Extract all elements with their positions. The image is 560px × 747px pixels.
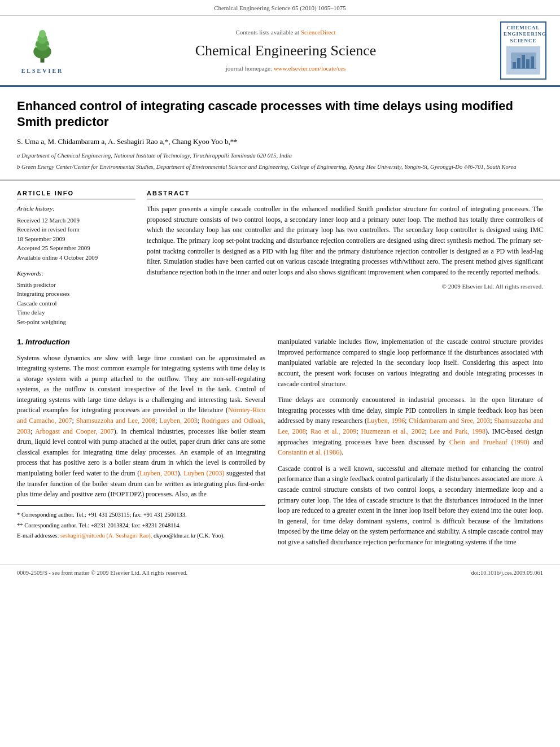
page-wrapper: Chemical Engineering Science 65 (2010) 1… [0, 0, 560, 580]
ref-luyben2003[interactable]: Luyben, 2003 [159, 417, 198, 425]
accepted-date: Accepted 25 September 2009 [17, 243, 135, 253]
intro-para-1: Systems whose dynamics are slow with lar… [17, 353, 265, 500]
keywords-title: Keywords: [17, 269, 135, 278]
ref-arbogast[interactable]: Arbogast and Cooper, 2007 [35, 427, 114, 435]
elsevier-text: ELSEVIER [21, 67, 64, 75]
journal-header: ELSEVIER Contents lists available at Sci… [0, 16, 560, 87]
elsevier-tree-icon [23, 26, 62, 65]
right-para-1: manipulated variable includes flow, impl… [278, 337, 543, 389]
ref-huzmezan[interactable]: Huzmezan et al., 2002 [361, 427, 425, 435]
article-info-column: ARTICLE INFO Article history: Received 1… [17, 189, 135, 327]
available-date: Available online 4 October 2009 [17, 253, 135, 263]
svg-point-4 [39, 30, 46, 38]
body-two-col: 1. Introduction Systems whose dynamics a… [17, 337, 543, 553]
doi-line: doi:10.1016/j.ces.2009.09.061 [471, 569, 543, 578]
svg-rect-12 [513, 62, 516, 68]
intro-number: 1. [17, 338, 23, 346]
sciencedirect-line: Contents lists available at ScienceDirec… [79, 28, 492, 37]
ref-lee1998[interactable]: Lee and Park, 1998 [430, 427, 485, 435]
abstract-label: ABSTRACT [147, 189, 543, 200]
issn-line: 0009-2509/$ - see front matter © 2009 El… [17, 569, 187, 578]
svg-point-7 [37, 40, 38, 41]
intro-heading: 1. Introduction [17, 337, 265, 348]
svg-rect-15 [526, 59, 530, 68]
footnote-1: * Corresponding author. Tel.: +91 431 25… [17, 510, 265, 519]
abstract-column: ABSTRACT This paper presents a simple ca… [147, 189, 543, 327]
email-label: E-mail addresses: [17, 532, 59, 539]
right-para-2: Time delays are commonly encountered in … [278, 395, 543, 458]
ces-logo-area: CHEMICALENGINEERINGSCIENCE [498, 21, 549, 80]
article-history-title: Article history: [17, 204, 135, 213]
journal-citation: Chemical Engineering Science 65 (2010) 1… [214, 5, 346, 11]
footnote-2: ** Corresponding author. Tel.: +8231 201… [17, 521, 265, 530]
revised-date: 18 September 2009 [17, 234, 135, 244]
journal-title: Chemical Engineering Science [79, 40, 492, 62]
keywords-section: Keywords: Smith predictor Integrating pr… [17, 269, 135, 326]
received-revised-label: Received in revised form [17, 225, 135, 234]
received-date: Received 12 March 2009 [17, 216, 135, 225]
ref-chein[interactable]: Chein and Fruehauf (1990) [449, 438, 530, 446]
article-info-label: ARTICLE INFO [17, 189, 135, 200]
homepage-link[interactable]: www.elsevier.com/locate/ces [274, 65, 346, 72]
svg-rect-14 [522, 55, 525, 68]
elsevier-logo: ELSEVIER [21, 26, 64, 75]
svg-rect-13 [517, 58, 520, 68]
journal-citation-bar: Chemical Engineering Science 65 (2010) 1… [0, 0, 560, 16]
keyword-3: Cascade control [17, 299, 135, 308]
svg-point-6 [47, 45, 50, 47]
ref-constantin[interactable]: Constantin et al. (1986) [278, 448, 342, 456]
article-header: Enhanced control of integrating cascade … [0, 87, 560, 180]
email-link-1[interactable]: seshagiri@nitt.edu (A. Seshagiri Rao), [60, 532, 152, 539]
keyword-1: Smith predictor [17, 280, 135, 290]
ces-logo-box: CHEMICALENGINEERINGSCIENCE [500, 21, 546, 80]
ref-luyben2003b[interactable]: Luyben, 2003 [139, 469, 177, 477]
bottom-bar: 0009-2509/$ - see front matter © 2009 El… [0, 565, 560, 581]
elsevier-logo-area: ELSEVIER [11, 26, 73, 75]
homepage-label: journal homepage: [226, 65, 272, 72]
copyright-line: © 2009 Elsevier Ltd. All rights reserved… [147, 282, 543, 291]
body-left-column: 1. Introduction Systems whose dynamics a… [17, 337, 265, 553]
sciencedirect-label: Contents lists available at [235, 29, 299, 36]
footnote-email: E-mail addresses: seshagiri@nitt.edu (A.… [17, 531, 265, 540]
keyword-5: Set-point weighting [17, 317, 135, 327]
article-info-abstract-section: ARTICLE INFO Article history: Received 1… [0, 180, 560, 327]
intro-label: Introduction [25, 338, 70, 346]
abstract-text: This paper presents a simple cascade con… [147, 204, 543, 277]
authors-text: S. Uma a, M. Chidambaram a, A. Seshagiri… [17, 137, 238, 146]
journal-title-area: Contents lists available at ScienceDirec… [73, 28, 498, 73]
article-authors: S. Uma a, M. Chidambaram a, A. Seshagiri… [17, 136, 543, 147]
svg-point-8 [46, 39, 48, 41]
right-para-3: Cascade control is a well known, success… [278, 464, 543, 548]
affiliation-b: b Green Energy Center/Center for Environ… [17, 163, 543, 172]
keyword-4: Time delay [17, 308, 135, 317]
email-link-2: ckyoo@khu.ac.kr (C.K. Yoo). [154, 532, 225, 539]
footnotes-area: * Corresponding author. Tel.: +91 431 25… [17, 505, 265, 540]
ref-luyben1996[interactable]: Luyben, 1996 [367, 417, 405, 425]
keyword-2: Integrating processes [17, 289, 135, 299]
svg-rect-16 [531, 56, 534, 68]
ref-luyben2003c[interactable]: Luyben (2003) [183, 469, 224, 477]
ref-chidambaram2003[interactable]: Chidambaram and Sree, 2003 [409, 417, 490, 425]
sciencedirect-link[interactable]: ScienceDirect [301, 29, 336, 36]
svg-point-5 [36, 46, 38, 48]
body-content: 1. Introduction Systems whose dynamics a… [0, 326, 560, 564]
journal-homepage: journal homepage: www.elsevier.com/locat… [79, 64, 492, 73]
ref-shams2008[interactable]: Shamsuzzoha and Lee, 2008 [76, 417, 155, 425]
body-right-column: manipulated variable includes flow, impl… [278, 337, 543, 553]
ces-logo-image [506, 46, 540, 75]
article-title: Enhanced control of integrating cascade … [17, 98, 543, 130]
ces-logo-title: CHEMICALENGINEERINGSCIENCE [504, 25, 543, 45]
affiliation-a: a Department of Chemical Engineering, Na… [17, 151, 543, 160]
ref-rao2009[interactable]: Rao et al., 2009 [310, 427, 356, 435]
